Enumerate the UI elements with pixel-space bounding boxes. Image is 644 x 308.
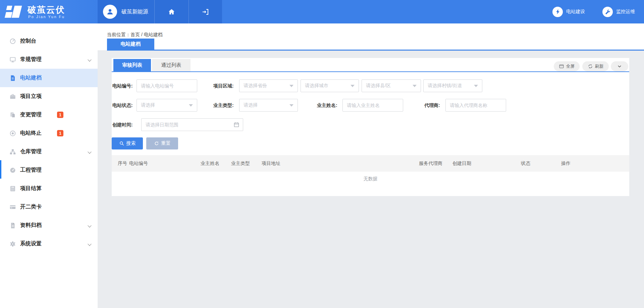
monitor-icon <box>9 56 16 63</box>
nav-monitor-ops-label: 监控运维 <box>616 9 635 15</box>
home-button[interactable] <box>154 0 189 23</box>
breadcrumb-home-link[interactable]: 首页 <box>130 32 140 37</box>
user-icon <box>106 8 114 16</box>
sidebar-scroll-indicator <box>0 160 1 179</box>
topbar-user-section: 破茧新能源 <box>98 0 222 23</box>
owner-name-input[interactable] <box>343 99 403 111</box>
date-range-field[interactable] <box>141 118 243 131</box>
province-select-value: 请选择省份 <box>244 83 267 89</box>
col-status: 状态 <box>521 161 561 167</box>
sidebar-item-data-archive[interactable]: 资料归档 <box>0 216 98 235</box>
county-select[interactable]: 请选择县/区 <box>362 79 421 92</box>
col-created-date: 创建日期 <box>452 161 521 167</box>
breadcrumb: 当前位置：首页 / 电站建档 <box>107 32 163 38</box>
caret-down-icon <box>413 85 417 87</box>
county-select-value: 请选择县/区 <box>366 83 391 89</box>
station-no-input[interactable] <box>137 80 197 92</box>
station-no-label: 电站编号: <box>112 79 133 92</box>
tab-review-list[interactable]: 审核列表 <box>113 59 151 71</box>
sidebar-item-station-termination[interactable]: 电站终止 1 <box>0 124 98 142</box>
col-owner-name: 业主姓名 <box>201 161 231 167</box>
sidebar-item-console[interactable]: 控制台 <box>0 32 98 50</box>
agent-field[interactable] <box>445 99 506 112</box>
caret-down-icon <box>289 104 293 107</box>
brand-subtitle: Po Jian Yun Fu <box>28 15 65 19</box>
collapse-button[interactable] <box>611 61 628 71</box>
notification-badge: 1 <box>57 112 63 118</box>
sidebar-item-label: 资料归档 <box>20 222 42 229</box>
copy-icon <box>9 112 16 118</box>
home-icon <box>168 8 175 16</box>
owner-name-field[interactable] <box>342 99 403 112</box>
chevron-down-icon <box>88 242 91 246</box>
owner-type-select[interactable]: 请选择 <box>239 99 298 112</box>
col-actions: 操作 <box>561 161 629 167</box>
gear-icon <box>9 241 16 247</box>
fullscreen-label: 全屏 <box>566 63 575 69</box>
dashboard-icon <box>9 167 16 174</box>
caret-down-icon <box>474 85 478 87</box>
city-select-value: 请选择城市 <box>305 83 328 89</box>
user-avatar[interactable] <box>103 5 117 19</box>
station-no-field[interactable] <box>137 79 197 92</box>
user-name[interactable]: 破茧新能源 <box>121 0 148 23</box>
sidebar-item-open-type2-card[interactable]: 开二类卡 <box>0 198 98 216</box>
empty-state-text: 无数据 <box>112 176 629 182</box>
sitemap-icon <box>9 148 16 155</box>
sidebar-item-system-settings[interactable]: 系统设置 <box>0 235 98 253</box>
chevron-down-icon <box>88 58 91 61</box>
province-select[interactable]: 请选择省份 <box>239 79 298 92</box>
nav-station-build[interactable]: 电站建设 <box>552 0 585 23</box>
date-range-input[interactable] <box>142 119 233 131</box>
reset-button[interactable]: 重置 <box>146 137 178 149</box>
col-station-no: 电站编号 <box>129 161 201 167</box>
created-time-label: 创建时间: <box>112 118 133 131</box>
wrench-icon <box>602 7 613 17</box>
fullscreen-icon <box>559 64 564 69</box>
sidebar-item-label: 开二类卡 <box>20 203 42 210</box>
caret-down-icon <box>351 85 355 87</box>
sidebar-item-engineering-mgmt[interactable]: 工程管理 <box>0 161 98 179</box>
calendar-icon <box>233 122 239 128</box>
briefcase-icon <box>9 93 16 100</box>
station-status-value: 请选择 <box>141 102 155 108</box>
sidebar-item-change-mgmt[interactable]: 变更管理 1 <box>0 106 98 124</box>
region-label: 项目区域: <box>213 79 234 92</box>
notification-badge: 1 <box>57 130 63 136</box>
sidebar-item-project-initiation[interactable]: 项目立项 <box>0 87 98 106</box>
station-status-label: 电站状态: <box>112 99 133 112</box>
logout-button[interactable] <box>189 0 222 23</box>
breadcrumb-separator: / <box>140 32 144 37</box>
reset-button-label: 重置 <box>161 140 171 146</box>
fullscreen-button[interactable]: 全屏 <box>554 61 580 71</box>
sidebar-item-project-settlement[interactable]: 项目结算 <box>0 179 98 198</box>
col-service-agent: 服务代理商 <box>419 161 452 167</box>
town-select[interactable]: 请选择村镇/街道 <box>423 79 482 92</box>
col-owner-type: 业主类型 <box>231 161 262 167</box>
station-status-select[interactable]: 请选择 <box>137 99 197 112</box>
brand-name: 破茧云伏 <box>28 4 65 16</box>
nav-monitor-ops[interactable]: 监控运维 <box>602 0 635 23</box>
lightning-icon <box>552 7 563 17</box>
col-seq: 序号 <box>112 161 129 167</box>
sidebar-item-label: 工程管理 <box>20 167 42 174</box>
file-icon <box>9 222 16 229</box>
breadcrumb-strip: 当前位置：首页 / 电站建档 <box>98 23 644 50</box>
city-select[interactable]: 请选择城市 <box>301 79 359 92</box>
search-button[interactable]: 搜索 <box>112 137 143 149</box>
sidebar-item-label: 常规管理 <box>20 56 42 63</box>
refresh-button[interactable]: 刷新 <box>582 61 609 71</box>
sidebar-item-warehouse-mgmt[interactable]: 仓库管理 <box>0 142 98 161</box>
page-tab-underline <box>107 50 644 51</box>
search-icon <box>119 141 124 146</box>
sidebar-item-label: 变更管理 <box>20 111 42 118</box>
page-tab-station-filing[interactable]: 电站建档 <box>107 39 154 50</box>
sidebar-item-general-mgmt[interactable]: 常规管理 <box>0 50 98 69</box>
sidebar-item-station-filing[interactable]: 电站建档 <box>0 69 98 87</box>
breadcrumb-current: 电站建档 <box>144 32 163 37</box>
logout-icon <box>202 8 209 16</box>
owner-type-value: 请选择 <box>244 102 258 108</box>
town-select-value: 请选择村镇/街道 <box>428 83 462 89</box>
agent-input[interactable] <box>446 99 506 111</box>
tab-passed-list[interactable]: 通过列表 <box>152 59 191 71</box>
